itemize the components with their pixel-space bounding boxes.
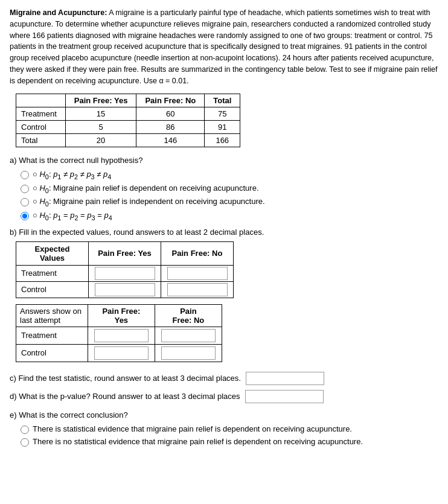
table-row-treatment: Treatment 15 60 75 [16, 107, 240, 121]
section-c-question: c) Find the test statistic, round answer… [10, 374, 241, 383]
option-a3[interactable]: ○ H0: Migraine pain relief is independen… [21, 197, 438, 208]
la-header-yes: Pain Free:Yes [88, 304, 155, 327]
exp-input-control-no[interactable] [167, 283, 228, 296]
la-cell-treatment-yes[interactable] [88, 327, 155, 344]
cell-treatment-no: 60 [136, 107, 205, 121]
section-b-question: b) Fill in the expected values, round an… [10, 228, 438, 237]
exp-cell-control-yes[interactable] [89, 281, 161, 298]
exp-input-treatment-yes[interactable] [95, 267, 155, 280]
intro-body: A migraine is a particularly painful typ… [10, 8, 437, 85]
table-row-totals: Total 20 146 166 [16, 134, 240, 147]
cell-control-total: 91 [205, 121, 240, 134]
intro-paragraph: Migraine and Acupuncture: A migraine is … [10, 7, 438, 86]
cell-total-yes: 20 [65, 134, 136, 147]
col-header-no: Pain Free: No [136, 94, 205, 107]
exp-input-control-yes[interactable] [95, 283, 155, 296]
la-input-control-yes[interactable] [94, 346, 149, 360]
row-label-treatment: Treatment [16, 107, 66, 121]
la-row-treatment: Treatment [16, 327, 222, 344]
exp-col-header-label: ExpectedValues [16, 241, 89, 265]
section-d-row: d) What is the p-value? Round answer to … [10, 390, 438, 403]
exp-row-control: Control [16, 281, 234, 298]
la-input-treatment-no[interactable] [161, 329, 216, 342]
data-table: Pain Free: Yes Pain Free: No Total Treat… [16, 94, 240, 147]
la-header-no: PainFree: No [155, 304, 222, 327]
row-label-total: Total [16, 134, 66, 147]
la-input-treatment-yes[interactable] [94, 329, 149, 342]
cell-treatment-yes: 15 [65, 107, 136, 121]
exp-input-treatment-no[interactable] [167, 267, 228, 280]
radio-a3[interactable] [21, 198, 29, 206]
cell-control-yes: 5 [65, 121, 136, 134]
option-a4[interactable]: ○ H0: p1 = p2 = p3 = p4 [21, 211, 438, 222]
cell-treatment-total: 75 [205, 107, 240, 121]
option-a1[interactable]: ○ H0: p1 ≠ p2 ≠ p3 ≠ p4 [21, 170, 438, 180]
section-e-options: There is statistical evidence that migra… [21, 424, 438, 447]
radio-e2[interactable] [21, 438, 29, 447]
radio-a2[interactable] [21, 185, 29, 193]
label-e2: There is no statistical evidence that mi… [33, 437, 363, 446]
radio-e1[interactable] [21, 426, 29, 434]
la-cell-control-no[interactable] [155, 344, 222, 362]
section-d-question: d) What is the p-value? Round answer to … [10, 392, 240, 401]
exp-cell-treatment-yes[interactable] [89, 265, 161, 281]
cell-total-total: 166 [205, 134, 240, 147]
exp-cell-treatment-no[interactable] [161, 265, 234, 281]
la-header-label: Answers show onlast attempt [16, 304, 88, 327]
radio-a1[interactable] [21, 171, 29, 179]
cell-control-no: 86 [136, 121, 205, 134]
section-a-question: a) What is the correct null hypothesis? [10, 156, 438, 165]
expected-values-table: ExpectedValues Pain Free: Yes Pain Free:… [16, 241, 234, 298]
la-cell-control-yes[interactable] [88, 344, 155, 362]
label-a1: ○ H0: p1 ≠ p2 ≠ p3 ≠ p4 [33, 170, 111, 180]
section-e-question: e) What is the correct conclusion? [10, 410, 438, 419]
option-e1[interactable]: There is statistical evidence that migra… [21, 424, 438, 434]
section-d-input[interactable] [245, 390, 324, 403]
last-attempt-table: Answers show onlast attempt Pain Free:Ye… [16, 304, 222, 362]
col-header-empty [16, 94, 66, 107]
label-a4: ○ H0: p1 = p2 = p3 = p4 [33, 211, 112, 222]
la-input-control-no[interactable] [161, 346, 216, 360]
la-cell-treatment-no[interactable] [155, 327, 222, 344]
label-a2: ○ H0: Migraine pain relief is dependent … [33, 183, 259, 194]
exp-col-header-no: Pain Free: No [161, 241, 234, 265]
option-a2[interactable]: ○ H0: Migraine pain relief is dependent … [21, 183, 438, 194]
la-row-control: Control [16, 344, 222, 362]
exp-label-control: Control [16, 281, 89, 298]
row-label-control: Control [16, 121, 66, 134]
exp-col-header-yes: Pain Free: Yes [89, 241, 161, 265]
cell-total-no: 146 [136, 134, 205, 147]
col-header-total: Total [205, 94, 240, 107]
radio-a4[interactable] [21, 212, 29, 220]
intro-title: Migraine and Acupuncture: [10, 8, 107, 17]
section-c-row: c) Find the test statistic, round answer… [10, 372, 438, 385]
exp-cell-control-no[interactable] [161, 281, 234, 298]
exp-label-treatment: Treatment [16, 265, 89, 281]
table-row-control: Control 5 86 91 [16, 121, 240, 134]
col-header-yes: Pain Free: Yes [65, 94, 136, 107]
la-label-control: Control [16, 344, 88, 362]
la-label-treatment: Treatment [16, 327, 88, 344]
exp-row-treatment: Treatment [16, 265, 234, 281]
label-a3: ○ H0: Migraine pain relief is independen… [33, 197, 265, 208]
option-e2[interactable]: There is no statistical evidence that mi… [21, 437, 438, 447]
section-a-options: ○ H0: p1 ≠ p2 ≠ p3 ≠ p4 ○ H0: Migraine p… [21, 170, 438, 221]
section-c-input[interactable] [246, 372, 324, 385]
label-e1: There is statistical evidence that migra… [33, 424, 352, 433]
